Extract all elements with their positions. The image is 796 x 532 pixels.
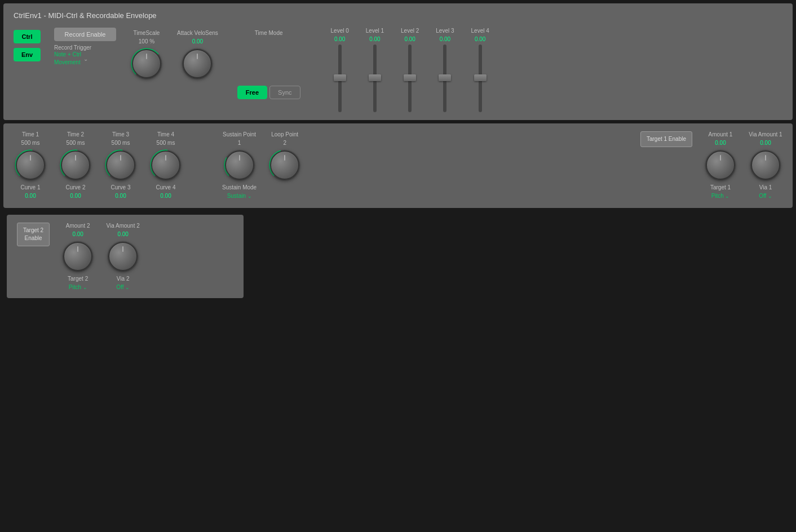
curve4-label: Curve 4 — [156, 184, 175, 190]
sustain-point-group: Sustain Point 1 Sustain Mode Sustain — [222, 131, 257, 199]
curve2-label: Curve 2 — [65, 184, 85, 190]
amount2-label: Amount 2 — [66, 223, 90, 229]
level3-label: Level 3 — [436, 28, 454, 34]
sustain-mode-value[interactable]: Sustain — [227, 193, 252, 199]
curve2-value: 0.00 — [70, 193, 81, 199]
trigger-chevron-icon: ⌄ — [83, 56, 88, 62]
record-trigger-value[interactable]: Note + CtrlMovement — [54, 51, 81, 66]
target2-label: Target 2 — [68, 276, 88, 282]
record-enable-button[interactable]: Record Enable — [54, 28, 116, 41]
attack-velo-label: Attack VeloSens — [177, 30, 218, 36]
amount1-label: Amount 1 — [709, 131, 733, 138]
sustain-point-knob[interactable] — [223, 148, 257, 182]
curve1-label: Curve 1 — [20, 184, 40, 190]
level1-fader-group: Level 1 0.00 — [366, 28, 384, 112]
env-button[interactable]: Env — [14, 48, 41, 61]
attack-velo-value: 0.00 — [192, 38, 203, 45]
time1-label: Time 1 — [22, 131, 39, 138]
via1-value[interactable]: Off — [759, 193, 772, 199]
time1-knob-group: Time 1 500 ms Curve 1 0.00 — [14, 131, 47, 199]
time3-knob[interactable] — [104, 148, 138, 182]
time3-value: 500 ms — [112, 140, 130, 146]
time1-knob[interactable] — [14, 148, 47, 182]
time3-label: Time 3 — [112, 131, 129, 138]
time1-value: 500 ms — [21, 140, 40, 146]
level3-fader[interactable] — [443, 45, 446, 112]
level1-value: 0.00 — [369, 36, 380, 42]
attack-velo-knob-group: Attack VeloSens 0.00 — [177, 30, 218, 81]
timescale-value: 100 % — [139, 38, 154, 45]
amount2-knob-group: Amount 2 0.00 Target 2 Pitch — [61, 223, 95, 290]
free-button[interactable]: Free — [237, 86, 267, 99]
level2-fader-group: Level 2 0.00 — [401, 28, 419, 112]
via2-value[interactable]: Off — [116, 284, 130, 290]
via-amount2-value: 0.00 — [117, 231, 128, 237]
attack-velo-knob[interactable] — [180, 47, 214, 81]
amount1-knob-group: Amount 1 0.00 Target 1 Pitch — [704, 131, 737, 199]
loop-point-value: 2 — [283, 140, 286, 146]
via-amount2-label: Via Amount 2 — [106, 223, 139, 229]
target1-value[interactable]: Pitch — [711, 193, 730, 199]
time2-value: 500 ms — [67, 140, 85, 146]
time3-knob-group: Time 3 500 ms Curve 3 0.00 — [104, 131, 138, 199]
level0-value: 0.00 — [334, 36, 345, 42]
sustain-mode-label: Sustain Mode — [222, 184, 257, 190]
time4-knob[interactable] — [149, 148, 183, 182]
app-title: CtrlEnv1 - MIDI-Ctrl & Recordable Envelo… — [14, 11, 782, 20]
level4-label: Level 4 — [471, 28, 489, 34]
curve4-value: 0.00 — [160, 193, 171, 199]
via-amount2-knob-group: Via Amount 2 0.00 Via 2 Off — [106, 223, 140, 290]
time4-label: Time 4 — [157, 131, 174, 138]
loop-point-knob[interactable] — [268, 148, 302, 182]
target1-enable-button[interactable]: Target 1 Enable — [640, 131, 692, 147]
level4-value: 0.00 — [475, 36, 485, 42]
time2-knob-group: Time 2 500 ms Curve 2 0.00 — [59, 131, 92, 199]
level4-fader-group: Level 4 0.00 — [471, 28, 489, 112]
amount2-knob[interactable] — [61, 240, 95, 273]
ctrl-button[interactable]: Ctrl — [14, 30, 41, 43]
top-panel: CtrlEnv1 - MIDI-Ctrl & Recordable Envelo… — [3, 3, 793, 120]
level3-fader-group: Level 3 0.00 — [436, 28, 454, 112]
level2-label: Level 2 — [401, 28, 419, 34]
via-amount1-value: 0.00 — [760, 140, 771, 146]
sync-button[interactable]: Sync — [269, 86, 300, 99]
curve3-value: 0.00 — [115, 193, 126, 199]
level0-fader[interactable] — [338, 45, 342, 112]
level3-value: 0.00 — [440, 36, 450, 42]
level0-fader-group: Level 0 0.00 — [331, 28, 349, 112]
timescale-knob[interactable] — [130, 47, 163, 81]
bot-panel: Target 2Enable Amount 2 0.00 Target 2 Pi… — [7, 215, 244, 298]
amount1-knob[interactable] — [704, 148, 737, 182]
sustain-point-label: Sustain Point — [223, 131, 256, 138]
time4-value: 500 ms — [157, 140, 175, 146]
level4-fader[interactable] — [479, 45, 482, 112]
loop-point-group: Loop Point 2 — [268, 131, 302, 200]
level2-value: 0.00 — [404, 36, 415, 42]
curve1-value: 0.00 — [25, 193, 36, 199]
sustain-point-value: 1 — [238, 140, 241, 146]
via1-label: Via 1 — [759, 184, 772, 190]
level1-label: Level 1 — [366, 28, 384, 34]
level2-fader[interactable] — [408, 45, 412, 112]
time2-label: Time 2 — [67, 131, 84, 138]
curve3-label: Curve 3 — [110, 184, 130, 190]
via-amount1-knob[interactable] — [749, 148, 782, 182]
target2-enable-button[interactable]: Target 2Enable — [17, 223, 50, 246]
time2-knob[interactable] — [59, 148, 92, 182]
via-amount1-knob-group: Via Amount 1 0.00 Via 1 Off — [749, 131, 782, 199]
level1-fader[interactable] — [373, 45, 377, 112]
timescale-label: TimeScale — [134, 30, 160, 36]
target2-value[interactable]: Pitch — [69, 284, 87, 290]
time-mode-label: Time Mode — [255, 30, 283, 36]
time4-knob-group: Time 4 500 ms Curve 4 0.00 — [149, 131, 183, 199]
amount1-value: 0.00 — [715, 140, 726, 146]
via-amount2-knob[interactable] — [106, 240, 140, 273]
timescale-knob-group: TimeScale 100 % — [130, 30, 163, 81]
target1-enable-group: Target 1 Enable — [640, 131, 692, 174]
via2-label: Via 2 — [117, 276, 130, 282]
mid-panel: Time 1 500 ms Curve 1 0.00 Time 2 500 ms — [3, 123, 793, 208]
level0-label: Level 0 — [331, 28, 349, 34]
loop-point-label: Loop Point — [271, 131, 298, 138]
target1-label: Target 1 — [710, 184, 731, 190]
bottom-row: Target 2Enable Amount 2 0.00 Target 2 Pi… — [3, 211, 793, 302]
